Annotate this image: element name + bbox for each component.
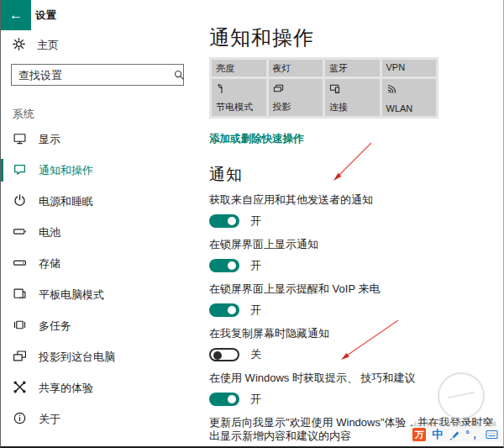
sidebar-item-notifications[interactable]: 通知和操作: [1, 155, 202, 186]
sidebar-item-label: 电源和睡眠: [39, 194, 93, 209]
project-to-pc-icon: [13, 349, 27, 366]
notifications-icon: [13, 162, 27, 179]
setting-tips-tricks-suggestions: 在使用 Windows 时获取提示、 技巧和建议 开: [209, 372, 503, 407]
sidebar-item-label: 显示: [39, 132, 60, 147]
selected-indicator: [1, 159, 3, 182]
setting-app-notifications: 获取来自应用和其他发送者的通知 开: [209, 193, 503, 229]
setting-lockscreen-reminders-voip: 在锁屏界面上显示提醒和 VoIP 来电 开: [209, 282, 503, 318]
toggle-state-label: 开: [250, 213, 261, 229]
quick-action-project[interactable]: 投影: [269, 79, 323, 116]
sidebar-item-multitasking[interactable]: 多任务: [1, 310, 202, 341]
toggle-knob: [228, 217, 236, 225]
toggle-state-label: 开: [250, 258, 261, 273]
toggle-lockscreen-notifications[interactable]: [209, 259, 239, 272]
quick-actions-grid: 亮度 夜灯 蓝牙 VPN 节电模式: [209, 57, 438, 119]
add-remove-quick-actions-link[interactable]: 添加或删除快速操作: [209, 133, 304, 145]
wifi-icon: [386, 83, 397, 96]
sidebar-item-label: 通知和操作: [39, 163, 93, 178]
sidebar-item-label: 共享的体验: [39, 381, 93, 396]
tile-label: 投影: [273, 101, 291, 113]
setting-label: 在使用 Windows 时获取提示、 技巧和建议: [209, 372, 499, 385]
tile-label: 节电模式: [216, 101, 253, 113]
tile-label: WLAN: [386, 103, 413, 113]
sidebar-item-battery[interactable]: 电池: [1, 217, 202, 248]
tablet-mode-icon: [13, 287, 27, 303]
toggle-state-label: 关: [250, 347, 261, 362]
multitasking-icon: [13, 318, 27, 335]
setting-label: 获取来自应用和其他发送者的通知: [209, 193, 499, 207]
settings-window: ← 设置 主页 系统: [0, 0, 504, 448]
sidebar-item-storage[interactable]: 存储: [1, 248, 202, 279]
tile-label: 夜灯: [273, 63, 291, 73]
notifications-heading: 通知: [209, 166, 503, 184]
quick-action-wlan[interactable]: WLAN: [382, 79, 437, 116]
sidebar-item-power-sleep[interactable]: 电源和睡眠: [1, 186, 202, 217]
ime-toolbar: 万 中 °，: [409, 426, 501, 443]
setting-lockscreen-notifications: 在锁屏界面上显示通知 开: [209, 238, 503, 273]
page-title: 通知和操作: [209, 25, 503, 50]
soft-keyboard-icon[interactable]: [486, 430, 498, 440]
ime-punctuation-button[interactable]: °，: [465, 428, 480, 442]
sidebar-item-label: 存储: [39, 256, 60, 271]
sidebar: 主页 系统 显示: [1, 0, 202, 446]
quick-action-battery-saver[interactable]: 节电模式: [212, 79, 266, 116]
toggle-knob: [228, 306, 236, 314]
search-input[interactable]: [12, 69, 173, 82]
sidebar-item-project-to-pc[interactable]: 投影到这台电脑: [1, 341, 202, 372]
quick-action-connect[interactable]: 连接: [325, 79, 380, 116]
sidebar-item-label: 电池: [39, 225, 60, 240]
shared-experiences-icon: [13, 380, 27, 397]
sidebar-home-label: 主页: [37, 38, 59, 53]
sidebar-item-about[interactable]: 关于: [1, 403, 202, 435]
battery-icon: [13, 224, 27, 241]
ime-language-button[interactable]: 中: [432, 427, 443, 442]
tile-label: 蓝牙: [329, 63, 348, 73]
sidebar-item-shared-experiences[interactable]: 共享的体验: [1, 372, 202, 403]
toggle-tips-tricks-suggestions[interactable]: [209, 393, 239, 406]
toggle-hide-notifications-duplicating[interactable]: [209, 348, 239, 361]
search-icon: [173, 69, 186, 82]
power-icon: [13, 193, 27, 210]
about-icon: [13, 411, 27, 428]
quick-action-bluetooth[interactable]: 蓝牙: [325, 60, 380, 76]
display-icon: [13, 131, 27, 148]
brush-icon[interactable]: [449, 430, 459, 440]
toggle-app-notifications[interactable]: [209, 214, 239, 228]
toggle-knob: [228, 395, 236, 403]
sidebar-item-tablet-mode[interactable]: 平板电脑模式: [1, 279, 202, 310]
sidebar-item-label: 多任务: [39, 319, 71, 334]
setting-label: 在我复制屏幕时隐藏通知: [209, 327, 499, 340]
battery-saver-icon: [216, 83, 227, 96]
quick-action-night-light[interactable]: 夜灯: [269, 60, 323, 76]
quick-action-vpn[interactable]: VPN: [382, 60, 437, 76]
toggle-state-label: 开: [250, 392, 261, 407]
sidebar-item-label: 关于: [39, 412, 60, 427]
sidebar-item-home[interactable]: 主页: [12, 37, 59, 54]
project-icon: [273, 83, 284, 96]
tile-label: 亮度: [216, 63, 234, 73]
sidebar-item-label: 平板电脑模式: [39, 287, 104, 303]
sidebar-section-system: 系统: [13, 107, 34, 122]
tile-label: VPN: [386, 62, 406, 72]
ime-mode-button[interactable]: 万: [412, 428, 426, 441]
setting-hide-notifications-duplicating: 在我复制屏幕时隐藏通知 关: [209, 327, 503, 362]
toggle-knob: [213, 351, 222, 360]
sidebar-item-label: 投影到这台电脑: [39, 350, 115, 365]
gear-icon: [12, 37, 26, 54]
sidebar-nav: 显示 通知和操作 电源和睡眠: [1, 124, 202, 435]
toggle-state-label: 开: [250, 303, 261, 318]
tile-label: 连接: [329, 101, 348, 113]
quick-actions-row-top: 亮度 夜灯 蓝牙 VPN: [212, 60, 436, 76]
storage-icon: [13, 256, 27, 272]
quick-action-brightness[interactable]: 亮度: [212, 60, 266, 76]
connect-icon: [329, 83, 340, 96]
toggle-knob: [228, 261, 236, 270]
main-content: 通知和操作 亮度 夜灯 蓝牙 VPN 节电模式: [209, 0, 503, 448]
search-box[interactable]: [11, 64, 184, 86]
toggle-lockscreen-reminders-voip[interactable]: [209, 303, 239, 317]
sidebar-item-display[interactable]: 显示: [1, 124, 202, 155]
quick-actions-row-bottom: 节电模式 投影 连接: [212, 79, 436, 116]
setting-label: 在锁屏界面上显示通知: [209, 238, 499, 251]
setting-label: 在锁屏界面上显示提醒和 VoIP 来电: [209, 282, 499, 296]
